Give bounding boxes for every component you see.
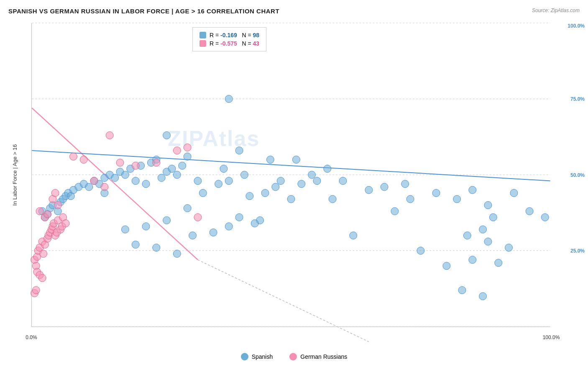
svg-point-58	[298, 180, 305, 188]
svg-point-22	[85, 183, 93, 191]
svg-point-94	[458, 286, 466, 294]
chart-container: SPANISH VS GERMAN RUSSIAN IN LABOR FORCE…	[0, 0, 588, 373]
svg-point-134	[70, 153, 77, 160]
svg-point-29	[121, 171, 129, 179]
svg-point-87	[189, 232, 197, 239]
svg-point-77	[495, 259, 502, 267]
svg-point-93	[251, 220, 258, 227]
svg-point-71	[432, 189, 440, 197]
bottom-german-swatch	[289, 353, 297, 360]
svg-point-41	[184, 153, 191, 160]
svg-point-46	[220, 165, 228, 172]
svg-point-86	[184, 204, 191, 212]
svg-point-143	[194, 214, 202, 221]
svg-point-43	[199, 189, 207, 197]
svg-point-92	[235, 214, 243, 221]
svg-point-74	[469, 186, 476, 194]
svg-point-127	[32, 286, 40, 294]
y-label-50: 50.0%	[570, 172, 585, 178]
svg-point-49	[240, 171, 248, 179]
svg-point-69	[406, 195, 414, 203]
x-label-100: 100.0%	[543, 335, 560, 340]
svg-point-47	[225, 177, 233, 185]
svg-point-78	[489, 214, 497, 221]
svg-point-121	[62, 220, 69, 227]
bottom-spanish-swatch	[241, 353, 248, 360]
svg-point-82	[132, 241, 139, 248]
svg-point-59	[308, 171, 316, 179]
svg-point-139	[132, 162, 139, 169]
svg-point-129	[51, 189, 59, 197]
legend-row-german: R = -0.575 N = 43	[199, 40, 259, 47]
svg-point-64	[350, 232, 357, 239]
svg-point-33	[142, 180, 150, 188]
svg-point-36	[158, 174, 165, 181]
bottom-legend-german: German Russians	[289, 353, 347, 360]
svg-point-144	[106, 132, 113, 139]
chart-area: ZIPAtlas	[31, 23, 550, 327]
svg-point-101	[484, 238, 492, 245]
svg-point-65	[365, 186, 373, 194]
chart-title: SPANISH VS GERMAN RUSSIAN IN LABOR FORCE…	[8, 8, 279, 15]
svg-point-40	[179, 162, 186, 169]
svg-point-85	[173, 250, 181, 258]
svg-point-54	[272, 183, 279, 191]
x-label-0: 0.0%	[26, 335, 37, 340]
legend-spanish-text: R = -0.169 N = 98	[210, 32, 259, 38]
svg-point-100	[479, 226, 487, 233]
svg-point-62	[329, 195, 336, 203]
svg-point-68	[401, 180, 409, 188]
svg-point-63	[339, 177, 347, 185]
svg-point-140	[153, 159, 160, 166]
legend-box: R = -0.169 N = 98 R = -0.575 N = 43	[192, 27, 266, 51]
bottom-legend-spanish: Spanish	[241, 353, 273, 360]
spanish-swatch	[199, 32, 206, 38]
svg-point-52	[261, 189, 269, 197]
svg-point-27	[111, 174, 119, 181]
svg-point-80	[526, 207, 533, 215]
svg-point-95	[225, 95, 233, 103]
svg-point-39	[173, 171, 181, 179]
bottom-legend: Spanish German Russians	[0, 353, 588, 360]
svg-point-131	[44, 210, 51, 218]
svg-point-67	[391, 207, 399, 215]
source-text: Source: ZipAtlas.com	[532, 8, 580, 13]
legend-german-text: R = -0.575 N = 43	[210, 40, 259, 47]
svg-point-138	[116, 159, 124, 166]
svg-point-56	[287, 195, 295, 203]
svg-point-83	[153, 244, 160, 251]
svg-point-89	[121, 226, 129, 233]
svg-point-96	[163, 132, 171, 139]
svg-point-97	[469, 256, 476, 263]
svg-point-55	[277, 177, 284, 185]
svg-point-141	[173, 147, 181, 154]
svg-point-38	[168, 165, 176, 172]
bottom-german-label: German Russians	[300, 353, 347, 360]
svg-point-79	[510, 189, 518, 197]
svg-point-70	[417, 247, 424, 255]
y-label-25: 25.0%	[570, 248, 585, 254]
svg-point-42	[194, 177, 202, 185]
svg-point-60	[313, 177, 321, 185]
svg-point-107	[40, 250, 47, 258]
svg-point-50	[246, 192, 253, 200]
y-axis-label: In Labor Force | Age > 16	[0, 23, 29, 327]
svg-point-81	[541, 214, 549, 221]
german-swatch	[199, 40, 206, 47]
svg-point-57	[292, 156, 300, 164]
svg-point-136	[90, 177, 98, 185]
svg-point-66	[381, 183, 388, 191]
chart-svg	[32, 23, 550, 327]
svg-point-88	[142, 222, 150, 230]
svg-point-53	[266, 156, 274, 164]
svg-point-45	[215, 180, 222, 188]
svg-point-75	[479, 292, 487, 300]
svg-point-61	[324, 165, 331, 172]
svg-point-72	[443, 262, 450, 270]
svg-point-125	[38, 274, 46, 282]
svg-point-142	[184, 144, 191, 151]
svg-point-99	[463, 232, 471, 239]
svg-point-31	[132, 177, 139, 185]
svg-point-91	[225, 222, 233, 230]
svg-point-132	[54, 202, 61, 209]
